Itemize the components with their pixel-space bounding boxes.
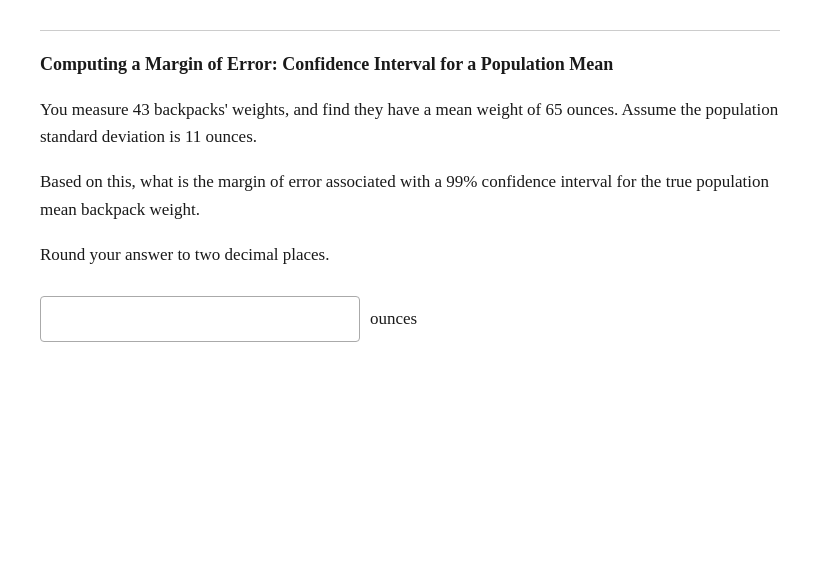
unit-label: ounces — [370, 309, 417, 329]
paragraph-3: Round your answer to two decimal places. — [40, 241, 780, 268]
paragraph-2: Based on this, what is the margin of err… — [40, 168, 780, 222]
answer-row: ounces — [40, 296, 780, 342]
answer-input[interactable] — [40, 296, 360, 342]
page-title: Computing a Margin of Error: Confidence … — [40, 51, 780, 78]
paragraph-1: You measure 43 backpacks' weights, and f… — [40, 96, 780, 150]
top-divider — [40, 30, 780, 31]
